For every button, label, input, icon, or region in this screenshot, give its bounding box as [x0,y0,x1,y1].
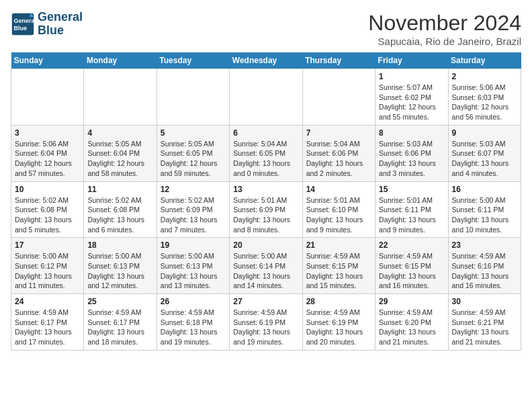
day-number: 2 [452,72,517,81]
day-detail: Sunrise: 5:03 AM Sunset: 6:06 PM Dayligh… [379,139,444,179]
day-number: 14 [306,185,371,194]
weekday-header: Sunday [11,52,84,69]
calendar-cell [11,69,84,126]
day-detail: Sunrise: 5:02 AM Sunset: 6:09 PM Dayligh… [161,195,226,235]
calendar-cell: 4Sunrise: 5:05 AM Sunset: 6:04 PM Daylig… [84,125,157,181]
day-number: 20 [233,240,298,250]
day-number: 15 [379,185,444,194]
day-detail: Sunrise: 4:59 AM Sunset: 6:17 PM Dayligh… [87,308,152,347]
day-number: 16 [452,185,517,194]
day-detail: Sunrise: 4:59 AM Sunset: 6:21 PM Dayligh… [452,308,517,347]
calendar-cell: 2Sunrise: 5:06 AM Sunset: 6:03 PM Daylig… [448,69,521,126]
calendar-week-row: 24Sunrise: 4:59 AM Sunset: 6:17 PM Dayli… [11,294,521,351]
day-number: 8 [379,128,444,138]
calendar-cell: 10Sunrise: 5:02 AM Sunset: 6:08 PM Dayli… [11,181,84,238]
svg-text:Blue: Blue [14,25,28,32]
calendar-week-row: 1Sunrise: 5:07 AM Sunset: 6:02 PM Daylig… [11,69,521,126]
day-detail: Sunrise: 4:59 AM Sunset: 6:15 PM Dayligh… [379,251,444,291]
weekday-header-row: SundayMondayTuesdayWednesdayThursdayFrid… [11,52,521,69]
calendar-cell: 8Sunrise: 5:03 AM Sunset: 6:06 PM Daylig… [375,125,448,181]
calendar-cell: 12Sunrise: 5:02 AM Sunset: 6:09 PM Dayli… [157,181,229,238]
day-detail: Sunrise: 5:05 AM Sunset: 6:04 PM Dayligh… [87,139,152,179]
svg-text:General: General [14,17,36,24]
logo: General Blue GeneralBlue [11,11,83,38]
day-number: 12 [161,185,226,194]
day-detail: Sunrise: 5:07 AM Sunset: 6:02 PM Dayligh… [379,83,444,122]
calendar-cell: 15Sunrise: 5:01 AM Sunset: 6:11 PM Dayli… [375,181,448,238]
calendar-week-row: 3Sunrise: 5:06 AM Sunset: 6:04 PM Daylig… [11,125,521,181]
weekday-header: Thursday [302,52,375,69]
calendar-cell [84,69,157,126]
day-detail: Sunrise: 5:02 AM Sunset: 6:08 PM Dayligh… [87,195,152,235]
calendar-week-row: 10Sunrise: 5:02 AM Sunset: 6:08 PM Dayli… [11,181,521,238]
day-number: 27 [233,297,298,306]
calendar-cell: 27Sunrise: 4:59 AM Sunset: 6:19 PM Dayli… [230,294,302,351]
calendar-cell: 18Sunrise: 5:00 AM Sunset: 6:13 PM Dayli… [84,238,157,294]
day-number: 25 [87,297,152,306]
weekday-header: Monday [84,52,157,69]
calendar-cell [157,69,229,126]
day-number: 18 [87,240,152,250]
day-detail: Sunrise: 5:01 AM Sunset: 6:09 PM Dayligh… [233,195,298,235]
day-number: 7 [306,128,371,138]
day-detail: Sunrise: 4:59 AM Sunset: 6:16 PM Dayligh… [452,251,517,291]
day-detail: Sunrise: 4:59 AM Sunset: 6:19 PM Dayligh… [306,308,371,347]
day-detail: Sunrise: 5:01 AM Sunset: 6:11 PM Dayligh… [379,195,444,235]
calendar-table: SundayMondayTuesdayWednesdayThursdayFrid… [11,52,521,351]
day-detail: Sunrise: 5:05 AM Sunset: 6:05 PM Dayligh… [161,139,226,179]
calendar-cell: 30Sunrise: 4:59 AM Sunset: 6:21 PM Dayli… [448,294,521,351]
day-number: 30 [452,297,517,306]
day-number: 6 [233,128,298,138]
calendar-week-row: 17Sunrise: 5:00 AM Sunset: 6:12 PM Dayli… [11,238,521,294]
day-number: 21 [306,240,371,250]
location-subtitle: Sapucaia, Rio de Janeiro, Brazil [368,36,521,47]
day-detail: Sunrise: 4:59 AM Sunset: 6:17 PM Dayligh… [15,308,80,347]
calendar-cell: 5Sunrise: 5:05 AM Sunset: 6:05 PM Daylig… [157,125,229,181]
calendar-cell: 1Sunrise: 5:07 AM Sunset: 6:02 PM Daylig… [375,69,448,126]
calendar-cell: 7Sunrise: 5:04 AM Sunset: 6:06 PM Daylig… [302,125,375,181]
day-number: 28 [306,297,371,306]
day-number: 19 [161,240,226,250]
calendar-cell [230,69,302,126]
day-detail: Sunrise: 5:06 AM Sunset: 6:04 PM Dayligh… [15,139,80,179]
day-detail: Sunrise: 4:59 AM Sunset: 6:18 PM Dayligh… [161,308,226,347]
day-detail: Sunrise: 5:01 AM Sunset: 6:10 PM Dayligh… [306,195,371,235]
calendar-cell: 24Sunrise: 4:59 AM Sunset: 6:17 PM Dayli… [11,294,84,351]
day-number: 24 [15,297,80,306]
day-number: 9 [452,128,517,138]
calendar-cell: 23Sunrise: 4:59 AM Sunset: 6:16 PM Dayli… [448,238,521,294]
weekday-header: Tuesday [157,52,229,69]
day-detail: Sunrise: 5:00 AM Sunset: 6:13 PM Dayligh… [161,251,226,291]
day-detail: Sunrise: 5:02 AM Sunset: 6:08 PM Dayligh… [15,195,80,235]
day-number: 10 [15,185,80,194]
calendar-cell [302,69,375,126]
day-detail: Sunrise: 4:59 AM Sunset: 6:20 PM Dayligh… [379,308,444,347]
calendar-cell: 13Sunrise: 5:01 AM Sunset: 6:09 PM Dayli… [230,181,302,238]
calendar-cell: 9Sunrise: 5:03 AM Sunset: 6:07 PM Daylig… [448,125,521,181]
day-detail: Sunrise: 5:00 AM Sunset: 6:12 PM Dayligh… [15,251,80,291]
day-number: 3 [15,128,80,138]
day-number: 29 [379,297,444,306]
weekday-header: Saturday [448,52,521,69]
calendar-cell: 16Sunrise: 5:00 AM Sunset: 6:11 PM Dayli… [448,181,521,238]
calendar-cell: 3Sunrise: 5:06 AM Sunset: 6:04 PM Daylig… [11,125,84,181]
day-detail: Sunrise: 4:59 AM Sunset: 6:15 PM Dayligh… [306,251,371,291]
calendar-cell: 11Sunrise: 5:02 AM Sunset: 6:08 PM Dayli… [84,181,157,238]
calendar-cell: 21Sunrise: 4:59 AM Sunset: 6:15 PM Dayli… [302,238,375,294]
logo-text: GeneralBlue [38,11,83,38]
title-area: November 2024 Sapucaia, Rio de Janeiro, … [368,11,521,47]
day-number: 1 [379,72,444,81]
weekday-header: Friday [375,52,448,69]
day-detail: Sunrise: 5:04 AM Sunset: 6:06 PM Dayligh… [306,139,371,179]
calendar-cell: 26Sunrise: 4:59 AM Sunset: 6:18 PM Dayli… [157,294,229,351]
calendar-cell: 29Sunrise: 4:59 AM Sunset: 6:20 PM Dayli… [375,294,448,351]
calendar-cell: 19Sunrise: 5:00 AM Sunset: 6:13 PM Dayli… [157,238,229,294]
calendar-cell: 6Sunrise: 5:04 AM Sunset: 6:05 PM Daylig… [230,125,302,181]
day-number: 23 [452,240,517,250]
calendar-cell: 17Sunrise: 5:00 AM Sunset: 6:12 PM Dayli… [11,238,84,294]
day-number: 13 [233,185,298,194]
day-detail: Sunrise: 5:03 AM Sunset: 6:07 PM Dayligh… [452,139,517,179]
calendar-cell: 28Sunrise: 4:59 AM Sunset: 6:19 PM Dayli… [302,294,375,351]
calendar-cell: 20Sunrise: 5:00 AM Sunset: 6:14 PM Dayli… [230,238,302,294]
day-number: 22 [379,240,444,250]
